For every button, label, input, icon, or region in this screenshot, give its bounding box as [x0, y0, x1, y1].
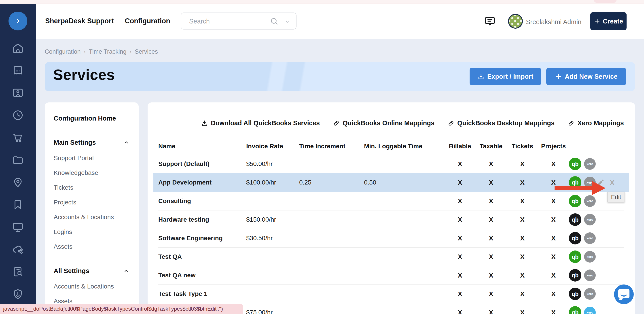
toolbar-link[interactable]: Xero Mappings [568, 120, 624, 127]
toolbar-link[interactable]: QuickBooks Online Mappings [333, 120, 434, 127]
download-icon [478, 73, 484, 80]
xero-icon[interactable]: xero [584, 232, 596, 244]
delete-x-icon[interactable]: X [610, 179, 615, 186]
sidebar-toggle-button[interactable] [8, 12, 27, 30]
service-name: App Development [158, 179, 246, 186]
taxable-flag: X [476, 309, 507, 314]
add-new-service-label: Add New Service [565, 73, 618, 80]
table-row[interactable]: Support (Default) $50.00/hr X X X X qb x… [158, 155, 624, 173]
config-item[interactable]: Accounts & Locations [54, 213, 130, 221]
xero-icon[interactable]: xero [584, 195, 596, 207]
quickbooks-icon[interactable]: qb [569, 158, 582, 170]
billable-flag: X [444, 272, 476, 279]
sidebar-item-clock[interactable] [12, 109, 24, 122]
quickbooks-icon[interactable]: qb [569, 288, 582, 300]
column-header: Name [158, 143, 246, 150]
config-section-header[interactable]: Main Settings [54, 139, 130, 146]
xero-icon[interactable]: xero [584, 270, 596, 281]
link-icon [448, 120, 454, 127]
export-import-button[interactable]: Export / Import [470, 68, 541, 85]
sidebar-scroll-chevron-down-icon[interactable] [14, 292, 22, 300]
user-name[interactable]: Sreelakshmi Admin [526, 18, 582, 26]
xero-icon[interactable]: xero [584, 251, 596, 262]
integration-icons: qb xero [569, 213, 596, 226]
sidebar-item-document-search[interactable] [12, 266, 24, 278]
integration-icons: qb xero [569, 306, 596, 314]
taxable-flag: X [476, 272, 507, 279]
config-item[interactable]: Accounts & Locations [54, 283, 130, 290]
config-item[interactable]: Tickets [54, 184, 130, 192]
config-item[interactable]: Knowledgebase [54, 169, 130, 177]
invoice-rate: $150.00/hr [246, 216, 299, 223]
column-header: Min. Loggable Time [364, 143, 444, 150]
configuration-home-link[interactable]: Configuration Home [54, 114, 130, 122]
projects-flag: X [538, 290, 569, 298]
sidebar-item-bookmark[interactable] [12, 198, 24, 211]
config-section-label: All Settings [54, 267, 90, 275]
search-icon[interactable] [270, 17, 278, 26]
billable-flag: X [444, 160, 476, 168]
config-item[interactable]: Assets [54, 243, 130, 250]
feedback-comment-icon[interactable] [484, 15, 496, 27]
xero-icon[interactable]: xero [584, 306, 596, 314]
sidebar-item-monitor[interactable] [12, 221, 24, 233]
user-avatar[interactable] [508, 14, 523, 29]
edit-tooltip: Edit [607, 192, 625, 202]
add-new-service-button[interactable]: Add New Service [546, 68, 626, 85]
table-row[interactable]: Test QA X X X X qb xero X [158, 248, 624, 266]
sidebar-item-folder[interactable] [12, 154, 24, 166]
service-name: Test Task Type 1 [158, 290, 246, 298]
config-item[interactable]: Support Portal [54, 154, 130, 162]
link-icon [333, 120, 340, 127]
table-row[interactable]: Software Engineering $30.50/hr X X X X q… [158, 229, 624, 248]
taxable-flag: X [476, 160, 507, 168]
sidebar-item-map-pin[interactable] [12, 176, 24, 188]
table-row[interactable]: Consulting X X X X qb xero X [158, 192, 624, 210]
billable-flag: X [444, 290, 476, 298]
quickbooks-icon[interactable]: qb [569, 250, 582, 263]
tickets-flag: X [507, 234, 538, 242]
table-row[interactable]: Test Task Type 1 X X X X qb xero X [158, 285, 624, 303]
toolbar-link[interactable]: QuickBooks Desktop Mappings [448, 120, 554, 127]
sidebar-item-id-card[interactable] [12, 86, 24, 99]
create-button[interactable]: Create [590, 12, 626, 30]
chevron-right-icon [14, 16, 22, 26]
breadcrumb-item[interactable]: Configuration [45, 48, 81, 55]
time-increment: 0.25 [299, 179, 364, 186]
sidebar-item-ticket[interactable] [12, 64, 24, 77]
browser-status-bar: javascript:__doPostBack('ctl00$PageBody$… [0, 304, 243, 314]
xero-icon[interactable]: xero [584, 288, 596, 300]
chat-widget-button[interactable] [614, 284, 634, 304]
toolbar-link-label: Download All QuickBooks Services [211, 120, 320, 127]
quickbooks-icon[interactable]: qb [569, 269, 582, 282]
sidebar-item-home[interactable] [12, 42, 24, 54]
service-name: Hardware testing [158, 216, 246, 223]
billable-flag: X [444, 234, 476, 242]
projects-flag: X [538, 272, 569, 279]
quickbooks-icon[interactable]: qb [569, 195, 582, 207]
toolbar-link[interactable]: Download All QuickBooks Services [201, 120, 320, 127]
service-name: Test QA [158, 253, 246, 260]
quickbooks-icon[interactable]: qb [569, 232, 582, 244]
plus-icon [594, 18, 600, 24]
config-item[interactable]: Projects [54, 198, 130, 206]
breadcrumb-item[interactable]: Services [135, 48, 158, 55]
config-section-header[interactable]: All Settings [54, 267, 130, 275]
search-input[interactable] [189, 13, 264, 30]
search-scope-chevron-icon[interactable] [284, 19, 290, 24]
table-row[interactable]: Test QA new X X X X qb xero X [158, 266, 624, 285]
breadcrumb-item[interactable]: Time Tracking [89, 48, 126, 55]
nav-configuration[interactable]: Configuration [125, 17, 170, 25]
sidebar-item-cart[interactable] [12, 131, 24, 144]
xero-icon[interactable]: xero [584, 214, 596, 226]
taxable-flag: X [476, 197, 507, 205]
config-section-items: Support PortalKnowledgebaseTicketsProjec… [54, 154, 130, 250]
breadcrumb-separator: › [130, 48, 132, 55]
quickbooks-icon[interactable]: qb [569, 306, 582, 314]
table-row[interactable]: Hardware testing $150.00/hr X X X X qb x… [158, 210, 624, 229]
quickbooks-icon[interactable]: qb [569, 213, 582, 226]
xero-icon[interactable]: xero [584, 158, 596, 170]
tickets-flag: X [507, 179, 538, 186]
sidebar-item-cloud-share[interactable] [12, 243, 24, 256]
config-item[interactable]: Logins [54, 228, 130, 236]
